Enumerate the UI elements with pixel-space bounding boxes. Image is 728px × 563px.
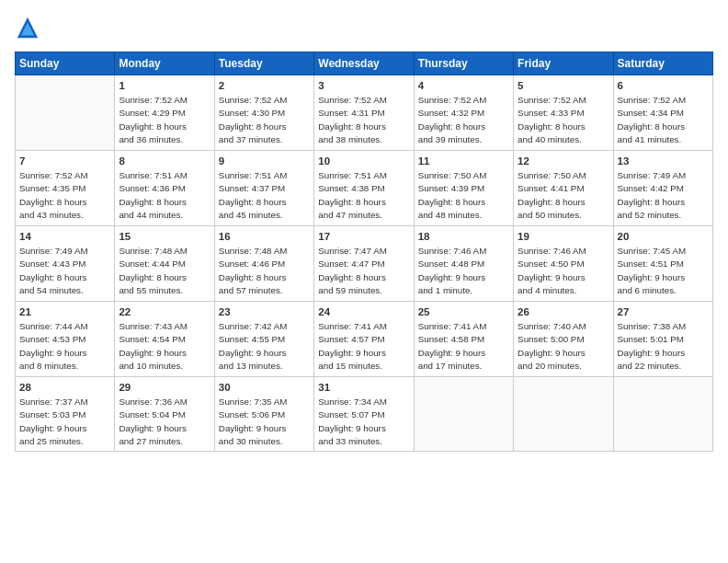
calendar-day-header: Wednesday <box>314 52 414 75</box>
day-info: Sunrise: 7:38 AMSunset: 5:01 PMDaylight:… <box>618 320 709 373</box>
day-number: 3 <box>318 78 409 93</box>
calendar-day-cell: 17Sunrise: 7:47 AMSunset: 4:47 PMDayligh… <box>314 226 414 302</box>
day-info: Sunrise: 7:41 AMSunset: 4:57 PMDaylight:… <box>318 320 409 373</box>
day-number: 18 <box>418 229 509 244</box>
calendar-day-cell <box>414 377 513 452</box>
day-info: Sunrise: 7:52 AMSunset: 4:35 PMDaylight:… <box>19 169 110 222</box>
day-number: 25 <box>418 304 509 319</box>
calendar-day-cell: 22Sunrise: 7:43 AMSunset: 4:54 PMDayligh… <box>115 302 214 377</box>
calendar-table: SundayMondayTuesdayWednesdayThursdayFrid… <box>15 52 713 452</box>
calendar-day-cell: 4Sunrise: 7:52 AMSunset: 4:32 PMDaylight… <box>414 75 513 151</box>
calendar-day-cell: 11Sunrise: 7:50 AMSunset: 4:39 PMDayligh… <box>414 151 513 226</box>
calendar-day-header: Tuesday <box>214 52 313 75</box>
day-info: Sunrise: 7:50 AMSunset: 4:39 PMDaylight:… <box>418 169 509 222</box>
day-info: Sunrise: 7:51 AMSunset: 4:38 PMDaylight:… <box>318 169 409 222</box>
calendar-day-cell: 20Sunrise: 7:45 AMSunset: 4:51 PMDayligh… <box>613 226 712 302</box>
calendar-day-cell: 8Sunrise: 7:51 AMSunset: 4:36 PMDaylight… <box>115 151 214 226</box>
calendar-day-cell: 28Sunrise: 7:37 AMSunset: 5:03 PMDayligh… <box>16 377 115 452</box>
day-info: Sunrise: 7:35 AMSunset: 5:06 PMDaylight:… <box>219 396 310 448</box>
day-number: 15 <box>119 229 210 244</box>
calendar-day-cell: 16Sunrise: 7:48 AMSunset: 4:46 PMDayligh… <box>214 226 313 302</box>
calendar-day-cell: 31Sunrise: 7:34 AMSunset: 5:07 PMDayligh… <box>314 377 414 452</box>
day-number: 24 <box>318 304 409 319</box>
calendar-day-cell: 30Sunrise: 7:35 AMSunset: 5:06 PMDayligh… <box>214 377 313 452</box>
calendar-day-header: Monday <box>115 52 214 75</box>
day-number: 4 <box>418 78 509 93</box>
calendar-day-cell: 14Sunrise: 7:49 AMSunset: 4:43 PMDayligh… <box>16 226 115 302</box>
calendar-week-row: 7Sunrise: 7:52 AMSunset: 4:35 PMDaylight… <box>16 151 713 226</box>
day-info: Sunrise: 7:46 AMSunset: 4:50 PMDaylight:… <box>518 245 609 297</box>
calendar-day-cell: 13Sunrise: 7:49 AMSunset: 4:42 PMDayligh… <box>613 151 712 226</box>
day-number: 9 <box>219 154 310 168</box>
day-number: 6 <box>618 78 709 93</box>
day-info: Sunrise: 7:44 AMSunset: 4:53 PMDaylight:… <box>19 320 110 373</box>
day-number: 30 <box>219 380 310 395</box>
calendar-day-cell: 9Sunrise: 7:51 AMSunset: 4:37 PMDaylight… <box>214 151 313 226</box>
day-number: 13 <box>618 154 709 168</box>
day-info: Sunrise: 7:43 AMSunset: 4:54 PMDaylight:… <box>119 320 210 373</box>
day-info: Sunrise: 7:48 AMSunset: 4:46 PMDaylight:… <box>219 245 310 297</box>
day-number: 20 <box>618 229 709 244</box>
day-info: Sunrise: 7:36 AMSunset: 5:04 PMDaylight:… <box>119 396 210 448</box>
day-number: 22 <box>119 304 210 319</box>
calendar-day-cell: 19Sunrise: 7:46 AMSunset: 4:50 PMDayligh… <box>514 226 613 302</box>
day-info: Sunrise: 7:51 AMSunset: 4:36 PMDaylight:… <box>119 169 210 222</box>
header <box>15 15 713 40</box>
calendar-header-row: SundayMondayTuesdayWednesdayThursdayFrid… <box>16 52 713 75</box>
calendar-day-cell: 15Sunrise: 7:48 AMSunset: 4:44 PMDayligh… <box>115 226 214 302</box>
day-number: 11 <box>418 154 509 168</box>
day-number: 28 <box>19 380 110 395</box>
day-info: Sunrise: 7:52 AMSunset: 4:34 PMDaylight:… <box>618 94 709 146</box>
day-number: 21 <box>19 304 110 319</box>
day-info: Sunrise: 7:52 AMSunset: 4:29 PMDaylight:… <box>119 94 210 146</box>
day-number: 16 <box>219 229 310 244</box>
day-number: 27 <box>618 304 709 319</box>
day-number: 23 <box>219 304 310 319</box>
day-number: 1 <box>119 78 210 93</box>
day-info: Sunrise: 7:42 AMSunset: 4:55 PMDaylight:… <box>219 320 310 373</box>
calendar-week-row: 21Sunrise: 7:44 AMSunset: 4:53 PMDayligh… <box>16 302 713 377</box>
day-number: 14 <box>19 229 110 244</box>
day-number: 19 <box>518 229 609 244</box>
day-info: Sunrise: 7:37 AMSunset: 5:03 PMDaylight:… <box>19 396 110 448</box>
calendar-day-cell: 10Sunrise: 7:51 AMSunset: 4:38 PMDayligh… <box>314 151 414 226</box>
day-info: Sunrise: 7:49 AMSunset: 4:43 PMDaylight:… <box>19 245 110 297</box>
calendar-day-cell: 24Sunrise: 7:41 AMSunset: 4:57 PMDayligh… <box>314 302 414 377</box>
calendar-day-cell: 7Sunrise: 7:52 AMSunset: 4:35 PMDaylight… <box>16 151 115 226</box>
calendar-day-cell <box>613 377 712 452</box>
day-number: 12 <box>518 154 609 168</box>
day-number: 26 <box>518 304 609 319</box>
day-number: 7 <box>19 154 110 168</box>
calendar-day-cell: 1Sunrise: 7:52 AMSunset: 4:29 PMDaylight… <box>115 75 214 151</box>
calendar-day-cell: 23Sunrise: 7:42 AMSunset: 4:55 PMDayligh… <box>214 302 313 377</box>
day-number: 31 <box>318 380 409 395</box>
day-info: Sunrise: 7:45 AMSunset: 4:51 PMDaylight:… <box>618 245 709 297</box>
day-number: 10 <box>318 154 409 168</box>
calendar-day-cell: 2Sunrise: 7:52 AMSunset: 4:30 PMDaylight… <box>214 75 313 151</box>
day-info: Sunrise: 7:52 AMSunset: 4:31 PMDaylight:… <box>318 94 409 146</box>
day-number: 5 <box>518 78 609 93</box>
day-info: Sunrise: 7:48 AMSunset: 4:44 PMDaylight:… <box>119 245 210 297</box>
day-info: Sunrise: 7:52 AMSunset: 4:32 PMDaylight:… <box>418 94 509 146</box>
calendar-day-cell: 3Sunrise: 7:52 AMSunset: 4:31 PMDaylight… <box>314 75 414 151</box>
calendar-day-cell: 21Sunrise: 7:44 AMSunset: 4:53 PMDayligh… <box>16 302 115 377</box>
calendar-day-cell <box>16 75 115 151</box>
day-info: Sunrise: 7:50 AMSunset: 4:41 PMDaylight:… <box>518 169 609 222</box>
day-number: 17 <box>318 229 409 244</box>
day-number: 29 <box>119 380 210 395</box>
page-container: SundayMondayTuesdayWednesdayThursdayFrid… <box>0 0 728 563</box>
calendar-day-cell: 12Sunrise: 7:50 AMSunset: 4:41 PMDayligh… <box>514 151 613 226</box>
calendar-day-cell: 6Sunrise: 7:52 AMSunset: 4:34 PMDaylight… <box>613 75 712 151</box>
calendar-week-row: 1Sunrise: 7:52 AMSunset: 4:29 PMDaylight… <box>16 75 713 151</box>
calendar-day-header: Thursday <box>414 52 513 75</box>
calendar-day-cell: 5Sunrise: 7:52 AMSunset: 4:33 PMDaylight… <box>514 75 613 151</box>
day-info: Sunrise: 7:52 AMSunset: 4:30 PMDaylight:… <box>219 94 310 146</box>
calendar-day-cell: 29Sunrise: 7:36 AMSunset: 5:04 PMDayligh… <box>115 377 214 452</box>
day-info: Sunrise: 7:47 AMSunset: 4:47 PMDaylight:… <box>318 245 409 297</box>
logo <box>15 15 44 40</box>
day-info: Sunrise: 7:40 AMSunset: 5:00 PMDaylight:… <box>518 320 609 373</box>
calendar-day-cell: 25Sunrise: 7:41 AMSunset: 4:58 PMDayligh… <box>414 302 513 377</box>
calendar-day-header: Sunday <box>16 52 115 75</box>
calendar-day-header: Friday <box>514 52 613 75</box>
calendar-day-cell <box>514 377 613 452</box>
